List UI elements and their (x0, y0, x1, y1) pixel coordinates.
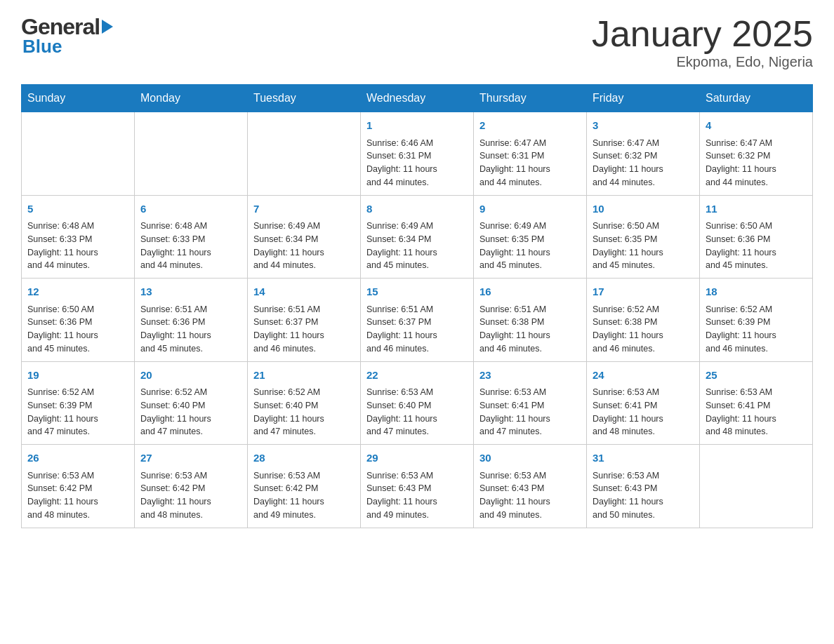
day-info: Sunrise: 6:50 AM Sunset: 6:35 PM Dayligh… (593, 220, 694, 272)
day-info: Sunrise: 6:50 AM Sunset: 6:36 PM Dayligh… (706, 220, 807, 272)
day-info: Sunrise: 6:53 AM Sunset: 6:40 PM Dayligh… (366, 386, 468, 438)
calendar-cell: 29Sunrise: 6:53 AM Sunset: 6:43 PM Dayli… (361, 445, 474, 528)
day-info: Sunrise: 6:51 AM Sunset: 6:37 PM Dayligh… (253, 303, 355, 356)
day-number: 9 (479, 201, 581, 217)
day-number: 2 (479, 118, 581, 134)
day-number: 16 (479, 284, 581, 300)
calendar-cell: 11Sunrise: 6:50 AM Sunset: 6:36 PM Dayli… (700, 195, 813, 279)
day-number: 4 (706, 118, 807, 134)
calendar-cell: 27Sunrise: 6:53 AM Sunset: 6:42 PM Dayli… (135, 445, 248, 528)
day-info: Sunrise: 6:53 AM Sunset: 6:41 PM Dayligh… (706, 386, 807, 438)
day-number: 27 (140, 450, 241, 467)
day-number: 10 (593, 201, 694, 217)
calendar-cell: 3Sunrise: 6:47 AM Sunset: 6:32 PM Daylig… (587, 112, 700, 196)
day-number: 25 (706, 368, 807, 384)
weekday-header-friday: Friday (587, 85, 700, 112)
day-info: Sunrise: 6:47 AM Sunset: 6:32 PM Dayligh… (706, 137, 807, 189)
week-row-1: 1Sunrise: 6:46 AM Sunset: 6:31 PM Daylig… (22, 112, 813, 196)
day-number: 19 (27, 368, 128, 384)
day-number: 29 (366, 450, 468, 467)
day-info: Sunrise: 6:47 AM Sunset: 6:32 PM Dayligh… (593, 137, 694, 189)
day-number: 15 (366, 284, 468, 300)
day-number: 5 (27, 201, 128, 217)
weekday-header-thursday: Thursday (474, 85, 587, 112)
calendar-cell: 17Sunrise: 6:52 AM Sunset: 6:38 PM Dayli… (587, 279, 700, 362)
calendar-cell: 1Sunrise: 6:46 AM Sunset: 6:31 PM Daylig… (361, 112, 474, 196)
day-info: Sunrise: 6:50 AM Sunset: 6:36 PM Dayligh… (27, 303, 128, 356)
calendar-cell (135, 112, 248, 196)
calendar-cell: 5Sunrise: 6:48 AM Sunset: 6:33 PM Daylig… (22, 195, 135, 279)
day-number: 3 (593, 118, 694, 134)
calendar-cell: 14Sunrise: 6:51 AM Sunset: 6:37 PM Dayli… (248, 279, 361, 362)
day-number: 14 (253, 284, 355, 300)
weekday-header-tuesday: Tuesday (248, 85, 361, 112)
day-info: Sunrise: 6:52 AM Sunset: 6:39 PM Dayligh… (706, 303, 807, 356)
calendar-cell: 18Sunrise: 6:52 AM Sunset: 6:39 PM Dayli… (700, 279, 813, 362)
day-info: Sunrise: 6:49 AM Sunset: 6:34 PM Dayligh… (366, 220, 468, 272)
calendar-cell: 9Sunrise: 6:49 AM Sunset: 6:35 PM Daylig… (474, 195, 587, 279)
calendar-cell: 20Sunrise: 6:52 AM Sunset: 6:40 PM Dayli… (135, 361, 248, 445)
day-number: 12 (27, 284, 128, 300)
calendar-cell (700, 445, 813, 528)
calendar-cell: 30Sunrise: 6:53 AM Sunset: 6:43 PM Dayli… (474, 445, 587, 528)
day-number: 1 (366, 118, 468, 134)
day-number: 31 (593, 450, 694, 467)
day-number: 20 (140, 368, 241, 384)
day-number: 18 (706, 284, 807, 300)
day-number: 8 (366, 201, 468, 217)
week-row-3: 12Sunrise: 6:50 AM Sunset: 6:36 PM Dayli… (22, 279, 813, 362)
calendar-cell: 4Sunrise: 6:47 AM Sunset: 6:32 PM Daylig… (700, 112, 813, 196)
day-info: Sunrise: 6:52 AM Sunset: 6:40 PM Dayligh… (253, 386, 355, 438)
day-info: Sunrise: 6:48 AM Sunset: 6:33 PM Dayligh… (140, 220, 241, 272)
day-info: Sunrise: 6:53 AM Sunset: 6:43 PM Dayligh… (366, 469, 468, 522)
day-number: 22 (366, 368, 468, 384)
day-info: Sunrise: 6:48 AM Sunset: 6:33 PM Dayligh… (27, 220, 128, 272)
location: Ekpoma, Edo, Nigeria (592, 54, 813, 70)
day-info: Sunrise: 6:46 AM Sunset: 6:31 PM Dayligh… (366, 137, 468, 189)
week-row-5: 26Sunrise: 6:53 AM Sunset: 6:42 PM Dayli… (22, 445, 813, 528)
calendar-cell: 2Sunrise: 6:47 AM Sunset: 6:31 PM Daylig… (474, 112, 587, 196)
month-title: January 2025 (592, 14, 813, 54)
day-info: Sunrise: 6:53 AM Sunset: 6:41 PM Dayligh… (593, 386, 694, 438)
day-info: Sunrise: 6:47 AM Sunset: 6:31 PM Dayligh… (479, 137, 581, 189)
weekday-header-monday: Monday (135, 85, 248, 112)
day-info: Sunrise: 6:53 AM Sunset: 6:42 PM Dayligh… (253, 469, 355, 522)
calendar-cell: 31Sunrise: 6:53 AM Sunset: 6:43 PM Dayli… (587, 445, 700, 528)
calendar-cell: 13Sunrise: 6:51 AM Sunset: 6:36 PM Dayli… (135, 279, 248, 362)
week-row-4: 19Sunrise: 6:52 AM Sunset: 6:39 PM Dayli… (22, 361, 813, 445)
day-number: 7 (253, 201, 355, 217)
day-number: 23 (479, 368, 581, 384)
logo-blue-text: Blue (22, 36, 62, 58)
calendar-cell: 22Sunrise: 6:53 AM Sunset: 6:40 PM Dayli… (361, 361, 474, 445)
day-info: Sunrise: 6:52 AM Sunset: 6:38 PM Dayligh… (593, 303, 694, 356)
title-area: January 2025 Ekpoma, Edo, Nigeria (592, 14, 813, 70)
calendar-cell: 25Sunrise: 6:53 AM Sunset: 6:41 PM Dayli… (700, 361, 813, 445)
calendar-cell: 10Sunrise: 6:50 AM Sunset: 6:35 PM Dayli… (587, 195, 700, 279)
calendar-table: SundayMondayTuesdayWednesdayThursdayFrid… (21, 84, 813, 528)
logo-arrow-icon (102, 20, 113, 34)
day-info: Sunrise: 6:53 AM Sunset: 6:41 PM Dayligh… (479, 386, 581, 438)
day-number: 28 (253, 450, 355, 467)
day-number: 24 (593, 368, 694, 384)
day-number: 17 (593, 284, 694, 300)
calendar-cell: 7Sunrise: 6:49 AM Sunset: 6:34 PM Daylig… (248, 195, 361, 279)
day-number: 26 (27, 450, 128, 467)
calendar-cell: 6Sunrise: 6:48 AM Sunset: 6:33 PM Daylig… (135, 195, 248, 279)
calendar-cell: 15Sunrise: 6:51 AM Sunset: 6:37 PM Dayli… (361, 279, 474, 362)
calendar-cell: 16Sunrise: 6:51 AM Sunset: 6:38 PM Dayli… (474, 279, 587, 362)
calendar-cell (22, 112, 135, 196)
calendar-cell: 12Sunrise: 6:50 AM Sunset: 6:36 PM Dayli… (22, 279, 135, 362)
day-info: Sunrise: 6:53 AM Sunset: 6:42 PM Dayligh… (27, 469, 128, 522)
day-number: 6 (140, 201, 241, 217)
day-number: 13 (140, 284, 241, 300)
calendar-cell: 19Sunrise: 6:52 AM Sunset: 6:39 PM Dayli… (22, 361, 135, 445)
day-info: Sunrise: 6:51 AM Sunset: 6:37 PM Dayligh… (366, 303, 468, 356)
day-info: Sunrise: 6:53 AM Sunset: 6:43 PM Dayligh… (593, 469, 694, 522)
day-number: 21 (253, 368, 355, 384)
day-info: Sunrise: 6:53 AM Sunset: 6:42 PM Dayligh… (140, 469, 241, 522)
calendar-cell: 26Sunrise: 6:53 AM Sunset: 6:42 PM Dayli… (22, 445, 135, 528)
day-info: Sunrise: 6:51 AM Sunset: 6:36 PM Dayligh… (140, 303, 241, 356)
weekday-header-saturday: Saturday (700, 85, 813, 112)
weekday-header-wednesday: Wednesday (361, 85, 474, 112)
day-info: Sunrise: 6:49 AM Sunset: 6:34 PM Dayligh… (253, 220, 355, 272)
